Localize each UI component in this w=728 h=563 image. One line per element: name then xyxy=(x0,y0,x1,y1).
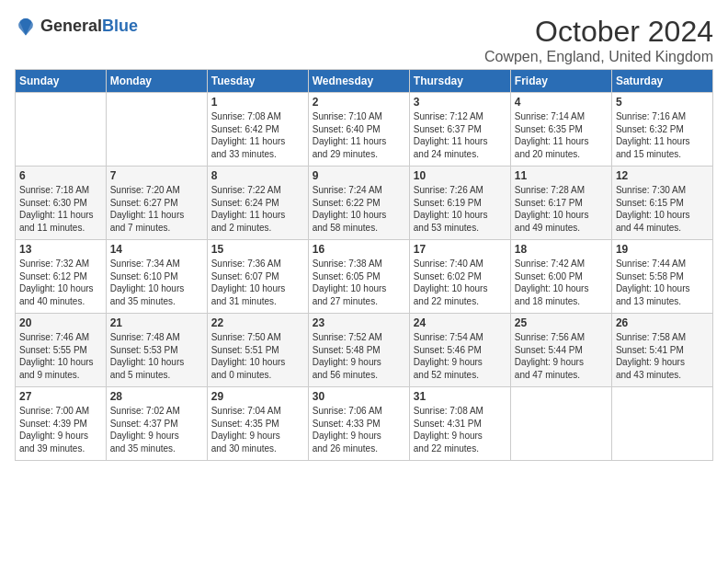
day-number: 14 xyxy=(110,243,203,256)
calendar-cell: 11Sunrise: 7:28 AM Sunset: 6:17 PM Dayli… xyxy=(510,167,611,240)
calendar-cell: 20Sunrise: 7:46 AM Sunset: 5:55 PM Dayli… xyxy=(16,314,107,387)
day-info: Sunrise: 7:16 AM Sunset: 6:32 PM Dayligh… xyxy=(616,110,709,160)
day-info: Sunrise: 7:28 AM Sunset: 6:17 PM Dayligh… xyxy=(515,184,608,234)
day-number: 23 xyxy=(313,316,405,329)
day-number: 19 xyxy=(616,243,709,256)
day-info: Sunrise: 7:20 AM Sunset: 6:27 PM Dayligh… xyxy=(110,184,203,234)
weekday-header: Tuesday xyxy=(207,70,308,93)
day-number: 30 xyxy=(313,390,405,403)
day-info: Sunrise: 7:54 AM Sunset: 5:46 PM Dayligh… xyxy=(414,331,506,381)
day-info: Sunrise: 7:48 AM Sunset: 5:53 PM Dayligh… xyxy=(110,331,203,381)
calendar-week-row: 6Sunrise: 7:18 AM Sunset: 6:30 PM Daylig… xyxy=(16,167,713,240)
location: Cowpen, England, United Kingdom xyxy=(484,49,713,65)
day-number: 22 xyxy=(211,316,304,329)
day-info: Sunrise: 7:30 AM Sunset: 6:15 PM Dayligh… xyxy=(616,184,709,234)
calendar-cell xyxy=(611,387,712,461)
page-header: GeneralBlue October 2024 Cowpen, England… xyxy=(15,15,713,65)
logo-blue-text: Blue xyxy=(102,17,138,35)
calendar-cell: 1Sunrise: 7:08 AM Sunset: 6:42 PM Daylig… xyxy=(207,93,308,167)
calendar-cell: 4Sunrise: 7:14 AM Sunset: 6:35 PM Daylig… xyxy=(510,93,611,167)
day-info: Sunrise: 7:10 AM Sunset: 6:40 PM Dayligh… xyxy=(313,110,405,160)
day-number: 3 xyxy=(414,96,506,109)
day-info: Sunrise: 7:02 AM Sunset: 4:37 PM Dayligh… xyxy=(110,405,203,454)
calendar-cell: 3Sunrise: 7:12 AM Sunset: 6:37 PM Daylig… xyxy=(409,93,510,167)
logo-icon xyxy=(15,15,37,37)
day-info: Sunrise: 7:36 AM Sunset: 6:07 PM Dayligh… xyxy=(211,258,304,307)
calendar-cell: 17Sunrise: 7:40 AM Sunset: 6:02 PM Dayli… xyxy=(409,240,510,314)
day-number: 20 xyxy=(19,316,102,329)
day-info: Sunrise: 7:00 AM Sunset: 4:39 PM Dayligh… xyxy=(19,405,102,454)
calendar-week-row: 20Sunrise: 7:46 AM Sunset: 5:55 PM Dayli… xyxy=(16,314,713,387)
calendar-cell: 21Sunrise: 7:48 AM Sunset: 5:53 PM Dayli… xyxy=(106,314,207,387)
calendar-cell: 27Sunrise: 7:00 AM Sunset: 4:39 PM Dayli… xyxy=(16,387,107,461)
day-number: 1 xyxy=(211,96,304,109)
calendar-cell: 22Sunrise: 7:50 AM Sunset: 5:51 PM Dayli… xyxy=(207,314,308,387)
day-info: Sunrise: 7:56 AM Sunset: 5:44 PM Dayligh… xyxy=(515,331,608,381)
calendar-cell xyxy=(106,93,207,167)
day-number: 2 xyxy=(313,96,405,109)
day-number: 15 xyxy=(211,243,304,256)
day-info: Sunrise: 7:46 AM Sunset: 5:55 PM Dayligh… xyxy=(19,331,102,381)
day-number: 13 xyxy=(19,243,102,256)
day-info: Sunrise: 7:12 AM Sunset: 6:37 PM Dayligh… xyxy=(414,110,506,160)
day-info: Sunrise: 7:24 AM Sunset: 6:22 PM Dayligh… xyxy=(313,184,405,234)
calendar-cell: 15Sunrise: 7:36 AM Sunset: 6:07 PM Dayli… xyxy=(207,240,308,314)
day-number: 16 xyxy=(313,243,405,256)
day-info: Sunrise: 7:04 AM Sunset: 4:35 PM Dayligh… xyxy=(211,405,304,454)
day-info: Sunrise: 7:42 AM Sunset: 6:00 PM Dayligh… xyxy=(515,258,608,307)
day-info: Sunrise: 7:08 AM Sunset: 4:31 PM Dayligh… xyxy=(414,405,506,454)
day-info: Sunrise: 7:18 AM Sunset: 6:30 PM Dayligh… xyxy=(19,184,102,234)
logo-general-text: General xyxy=(40,17,102,35)
calendar-cell: 9Sunrise: 7:24 AM Sunset: 6:22 PM Daylig… xyxy=(308,167,409,240)
day-info: Sunrise: 7:40 AM Sunset: 6:02 PM Dayligh… xyxy=(414,258,506,307)
day-info: Sunrise: 7:50 AM Sunset: 5:51 PM Dayligh… xyxy=(211,331,304,381)
day-number: 10 xyxy=(414,169,506,182)
day-info: Sunrise: 7:06 AM Sunset: 4:33 PM Dayligh… xyxy=(313,405,405,454)
calendar-cell: 28Sunrise: 7:02 AM Sunset: 4:37 PM Dayli… xyxy=(106,387,207,461)
day-info: Sunrise: 7:26 AM Sunset: 6:19 PM Dayligh… xyxy=(414,184,506,234)
calendar-cell: 19Sunrise: 7:44 AM Sunset: 5:58 PM Dayli… xyxy=(611,240,712,314)
calendar-cell: 23Sunrise: 7:52 AM Sunset: 5:48 PM Dayli… xyxy=(308,314,409,387)
calendar-cell: 26Sunrise: 7:58 AM Sunset: 5:41 PM Dayli… xyxy=(611,314,712,387)
calendar-cell: 7Sunrise: 7:20 AM Sunset: 6:27 PM Daylig… xyxy=(106,167,207,240)
weekday-header: Wednesday xyxy=(308,70,409,93)
calendar-cell: 30Sunrise: 7:06 AM Sunset: 4:33 PM Dayli… xyxy=(308,387,409,461)
day-number: 26 xyxy=(616,316,709,329)
weekday-header: Saturday xyxy=(611,70,712,93)
day-info: Sunrise: 7:22 AM Sunset: 6:24 PM Dayligh… xyxy=(211,184,304,234)
calendar-cell: 8Sunrise: 7:22 AM Sunset: 6:24 PM Daylig… xyxy=(207,167,308,240)
day-number: 27 xyxy=(19,390,102,403)
day-number: 9 xyxy=(313,169,405,182)
calendar-week-row: 1Sunrise: 7:08 AM Sunset: 6:42 PM Daylig… xyxy=(16,93,713,167)
day-info: Sunrise: 7:38 AM Sunset: 6:05 PM Dayligh… xyxy=(313,258,405,307)
calendar-cell: 13Sunrise: 7:32 AM Sunset: 6:12 PM Dayli… xyxy=(16,240,107,314)
weekday-header: Monday xyxy=(106,70,207,93)
calendar-cell: 2Sunrise: 7:10 AM Sunset: 6:40 PM Daylig… xyxy=(308,93,409,167)
day-info: Sunrise: 7:14 AM Sunset: 6:35 PM Dayligh… xyxy=(515,110,608,160)
calendar-week-row: 27Sunrise: 7:00 AM Sunset: 4:39 PM Dayli… xyxy=(16,387,713,461)
calendar-cell: 29Sunrise: 7:04 AM Sunset: 4:35 PM Dayli… xyxy=(207,387,308,461)
calendar-cell: 24Sunrise: 7:54 AM Sunset: 5:46 PM Dayli… xyxy=(409,314,510,387)
weekday-header: Friday xyxy=(510,70,611,93)
calendar-table: SundayMondayTuesdayWednesdayThursdayFrid… xyxy=(15,69,713,461)
day-info: Sunrise: 7:08 AM Sunset: 6:42 PM Dayligh… xyxy=(211,110,304,160)
day-number: 5 xyxy=(616,96,709,109)
calendar-week-row: 13Sunrise: 7:32 AM Sunset: 6:12 PM Dayli… xyxy=(16,240,713,314)
day-number: 21 xyxy=(110,316,203,329)
day-info: Sunrise: 7:44 AM Sunset: 5:58 PM Dayligh… xyxy=(616,258,709,307)
calendar-cell: 31Sunrise: 7:08 AM Sunset: 4:31 PM Dayli… xyxy=(409,387,510,461)
day-number: 7 xyxy=(110,169,203,182)
day-info: Sunrise: 7:34 AM Sunset: 6:10 PM Dayligh… xyxy=(110,258,203,307)
day-number: 29 xyxy=(211,390,304,403)
day-info: Sunrise: 7:52 AM Sunset: 5:48 PM Dayligh… xyxy=(313,331,405,381)
calendar-cell xyxy=(16,93,107,167)
day-number: 25 xyxy=(515,316,608,329)
day-number: 6 xyxy=(19,169,102,182)
weekday-header: Thursday xyxy=(409,70,510,93)
weekday-header: Sunday xyxy=(16,70,107,93)
day-number: 4 xyxy=(515,96,608,109)
calendar-cell: 10Sunrise: 7:26 AM Sunset: 6:19 PM Dayli… xyxy=(409,167,510,240)
day-info: Sunrise: 7:58 AM Sunset: 5:41 PM Dayligh… xyxy=(616,331,709,381)
title-section: October 2024 Cowpen, England, United Kin… xyxy=(484,15,713,65)
day-number: 11 xyxy=(515,169,608,182)
